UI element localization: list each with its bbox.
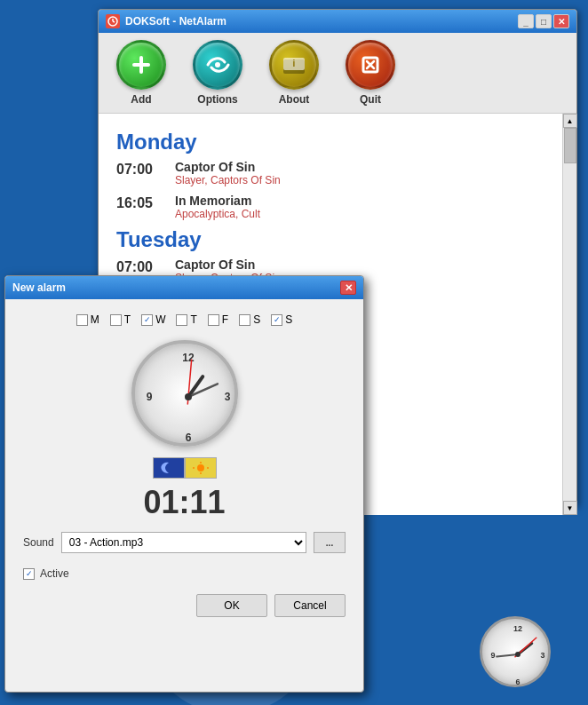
dialog-title-bar: New alarm ✕ [5, 276, 363, 299]
svg-text:9: 9 [146, 391, 152, 403]
scroll-thumb[interactable] [564, 128, 576, 163]
svg-line-15 [497, 654, 518, 657]
sound-select[interactable]: 03 - Action.mp3 [61, 532, 306, 553]
day-tuesday-checkbox[interactable]: T [110, 313, 131, 326]
svg-point-27 [197, 464, 204, 471]
alarm-title: In Memoriam [175, 194, 544, 208]
day-wednesday-checkbox[interactable]: W [141, 313, 165, 326]
scroll-track[interactable] [563, 128, 576, 501]
svg-line-2 [113, 21, 115, 22]
alarm-subtitle: Apocalyptica, Cult [175, 208, 544, 220]
alarm-time: 16:05 [116, 194, 161, 211]
checkbox-thursday[interactable] [176, 314, 187, 326]
svg-point-17 [515, 652, 520, 657]
day-sunday-checkbox[interactable]: S [271, 313, 292, 326]
options-label: Options [197, 93, 237, 106]
about-icon: i [269, 40, 319, 90]
alarm-mon-2[interactable]: 16:05 In Memoriam Apocalyptica, Cult [116, 194, 544, 220]
browse-button[interactable]: ... [314, 532, 346, 553]
quit-icon [346, 40, 395, 90]
alarm-info: In Memoriam Apocalyptica, Cult [175, 194, 544, 220]
day-tuesday: Tuesday [116, 227, 544, 252]
alarm-subtitle: Slayer, Captors Of Sin [175, 174, 544, 186]
dialog-time-display: 01:11 [23, 484, 346, 521]
scroll-up-button[interactable]: ▲ [563, 114, 577, 128]
toolbar-quit[interactable]: Quit [346, 40, 395, 106]
dialog-close-button[interactable]: ✕ [340, 281, 356, 295]
svg-text:3: 3 [540, 651, 544, 660]
checkbox-saturday[interactable] [239, 314, 250, 326]
day-saturday-checkbox[interactable]: S [239, 313, 260, 326]
alarm-time: 07:00 [116, 257, 161, 275]
dialog-body: M T W T F [5, 299, 363, 631]
day-wednesday-label: W [155, 313, 165, 326]
dialog-title: New alarm [12, 281, 340, 294]
window-controls: _ □ ✕ [518, 14, 569, 28]
scroll-down-button[interactable]: ▼ [563, 501, 577, 515]
sound-label: Sound [23, 536, 54, 549]
day-mode-icon[interactable] [185, 457, 217, 479]
bottom-analog-clock: 12 3 6 9 [480, 616, 551, 687]
checkbox-monday[interactable] [76, 314, 88, 326]
day-saturday-label: S [253, 313, 260, 326]
checkbox-wednesday[interactable] [141, 314, 153, 326]
app-icon [106, 14, 120, 28]
maximize-button[interactable]: □ [536, 14, 552, 28]
svg-text:6: 6 [185, 432, 191, 444]
svg-point-5 [215, 62, 220, 67]
add-icon [116, 40, 166, 90]
svg-text:3: 3 [224, 391, 230, 403]
day-friday-checkbox[interactable]: F [208, 313, 228, 326]
checkbox-tuesday[interactable] [110, 314, 122, 326]
svg-text:i: i [293, 59, 296, 68]
svg-point-26 [185, 393, 192, 400]
day-monday: Monday [116, 130, 544, 154]
main-window-title: DOKSoft - NetAlarm [125, 15, 518, 28]
dialog-clock-container: 12 3 6 9 [23, 340, 346, 447]
night-mode-icon[interactable] [153, 457, 185, 479]
checkbox-friday[interactable] [208, 314, 219, 326]
toolbar-about[interactable]: i About [269, 40, 319, 106]
main-toolbar: Add Options i About [99, 33, 576, 114]
day-thursday-label: T [190, 313, 196, 326]
day-monday-checkbox[interactable]: M [76, 313, 99, 326]
active-label: Active [40, 567, 69, 580]
close-button[interactable]: ✕ [553, 14, 569, 28]
cancel-button[interactable]: Cancel [274, 594, 346, 617]
day-tuesday-label: T [124, 313, 131, 326]
dialog-buttons: OK Cancel [23, 594, 346, 617]
options-icon [193, 40, 242, 90]
alarm-info: Captor Of Sin Slayer, Captors Of Sin [175, 160, 544, 186]
toolbar-options[interactable]: Options [193, 40, 242, 106]
svg-text:12: 12 [182, 352, 195, 364]
new-alarm-dialog: New alarm ✕ M T W T [4, 275, 364, 693]
day-friday-label: F [222, 313, 228, 326]
ok-button[interactable]: OK [196, 594, 267, 617]
checkbox-sunday[interactable] [271, 314, 282, 326]
alarm-mode-icons [23, 457, 346, 479]
add-label: Add [131, 93, 151, 106]
toolbar-add[interactable]: Add [116, 40, 166, 106]
alarm-title: Captor Of Sin [175, 160, 544, 174]
alarm-mon-1[interactable]: 07:00 Captor Of Sin Slayer, Captors Of S… [116, 160, 544, 186]
quit-label: Quit [360, 93, 381, 106]
dialog-analog-clock: 12 3 6 9 [131, 340, 238, 447]
main-title-bar: DOKSoft - NetAlarm _ □ ✕ [99, 10, 576, 33]
day-thursday-checkbox[interactable]: T [176, 313, 196, 326]
active-checkbox[interactable] [23, 568, 35, 580]
svg-text:12: 12 [513, 624, 522, 633]
day-sunday-label: S [285, 313, 292, 326]
svg-text:6: 6 [515, 677, 520, 686]
svg-text:9: 9 [490, 651, 495, 660]
alarm-time: 07:00 [116, 160, 161, 178]
about-label: About [279, 93, 310, 106]
alarm-title: Captor Of Sin [175, 257, 544, 272]
day-checkboxes: M T W T F [23, 313, 346, 326]
main-scrollbar[interactable]: ▲ ▼ [562, 114, 576, 515]
active-row: Active [23, 567, 346, 580]
day-monday-label: M [91, 313, 99, 326]
sound-row: Sound 03 - Action.mp3 ... [23, 532, 346, 553]
minimize-button[interactable]: _ [518, 14, 534, 28]
